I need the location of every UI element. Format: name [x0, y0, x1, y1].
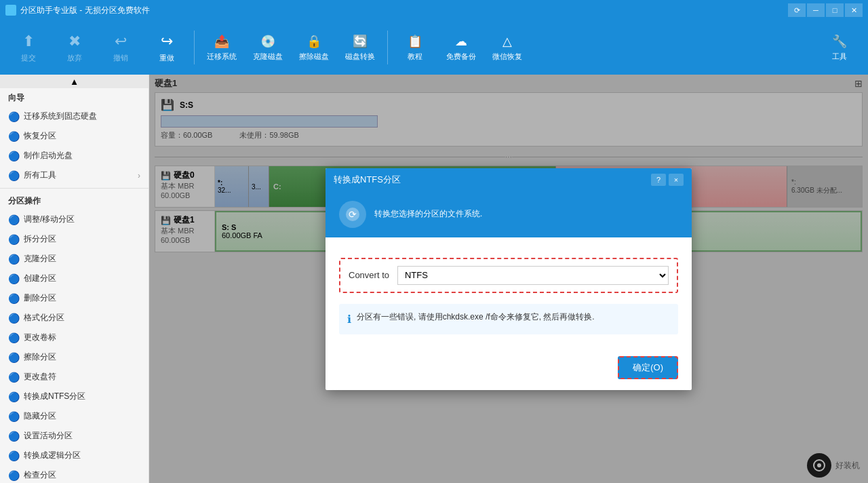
sidebar-item-split[interactable]: 🔵 拆分分区: [0, 229, 149, 249]
dialog-header-icon: ⟳: [339, 201, 366, 228]
sidebar-item-recover[interactable]: 🔵 恢复分区: [0, 126, 149, 146]
sidebar-item-format[interactable]: 🔵 格式化分区: [0, 308, 149, 328]
sidebar-migrate-label: 迁移系统到固态硬盘: [24, 111, 97, 122]
backup-label: 免费备份: [446, 52, 476, 62]
convert-select[interactable]: NTFS FAT32 exFAT: [397, 266, 669, 285]
dialog-header: ⟳ 转换您选择的分区的文件系统.: [326, 191, 692, 237]
clone-btn[interactable]: 💿 克隆磁盘: [246, 23, 290, 72]
discard-btn[interactable]: ✖ 放弃: [53, 23, 96, 72]
sidebar-item-check[interactable]: 🔵 检查分区: [0, 465, 149, 483]
sidebar-item-clone-part[interactable]: 🔵 克隆分区: [0, 249, 149, 269]
redo-btn[interactable]: ↪ 重做: [145, 23, 189, 72]
clone-icon: 💿: [260, 34, 275, 49]
hide-label: 隐藏分区: [24, 410, 56, 422]
sidebar-alltools-label: 所有工具: [24, 170, 56, 181]
sidebar-item-hide[interactable]: 🔵 隐藏分区: [0, 406, 149, 426]
change-letter-icon: 🔵: [8, 372, 20, 383]
sidebar-item-delete[interactable]: 🔵 删除分区: [0, 288, 149, 308]
tools-label: 工具: [832, 52, 847, 62]
close-btn[interactable]: ✕: [845, 3, 863, 17]
change-letter-label: 更改盘符: [24, 371, 56, 383]
backup-icon: ☁: [455, 34, 467, 49]
svg-text:⟳: ⟳: [349, 209, 357, 220]
convert-logical-icon: 🔵: [8, 450, 20, 461]
sidebar-item-alltools[interactable]: 🔵 所有工具 ›: [0, 166, 149, 185]
maximize-btn[interactable]: □: [826, 3, 844, 17]
active-label: 设置活动分区: [24, 430, 73, 442]
dialog-content: Convert to NTFS FAT32 exFAT ℹ 分区有一些错误, 请…: [326, 237, 692, 348]
tutorial-icon: 📋: [408, 34, 422, 49]
wechat-btn[interactable]: △ 微信恢复: [486, 23, 529, 72]
clone-part-icon: 🔵: [8, 254, 20, 265]
format-label: 格式化分区: [24, 312, 64, 324]
discard-label: 放弃: [67, 53, 82, 63]
tutorial-btn[interactable]: 📋 教程: [393, 23, 437, 72]
confirm-button[interactable]: 确定(O): [618, 356, 678, 379]
sidebar-item-bootdisk[interactable]: 🔵 制作启动光盘: [0, 146, 149, 166]
sidebar-item-adjust[interactable]: 🔵 调整/移动分区: [0, 210, 149, 229]
sidebar-scroll-up[interactable]: ▲: [0, 75, 149, 88]
redo-label: 重做: [159, 53, 174, 63]
convert-disk-btn[interactable]: 🔄 磁盘转换: [338, 23, 382, 72]
format-icon: 🔵: [8, 313, 20, 324]
migrate-icon: 📤: [214, 34, 229, 49]
convert-row: Convert to NTFS FAT32 exFAT: [339, 258, 678, 293]
divider-2: [387, 31, 388, 64]
sidebar-item-create[interactable]: 🔵 创建分区: [0, 269, 149, 288]
sidebar-item-convert-ntfs[interactable]: 🔵 转换成NTFS分区: [0, 387, 149, 406]
dialog-header-text: 转换您选择的分区的文件系统.: [374, 208, 482, 220]
adjust-label: 调整/移动分区: [24, 214, 75, 225]
minimize-btn[interactable]: ─: [807, 3, 825, 17]
content-area: 硬盘1 ⊞ 💾 S:S 容量：60.00GB 未使用：59.98GB ···: [149, 75, 868, 483]
divider-1: [194, 31, 195, 64]
active-icon: 🔵: [8, 431, 20, 442]
sidebar-item-change-letter[interactable]: 🔵 更改盘符: [0, 367, 149, 387]
submit-btn[interactable]: ⬆ 提交: [7, 23, 50, 72]
convert-ntfs-icon: 🔵: [8, 391, 20, 402]
dialog-footer: 确定(O): [326, 348, 692, 390]
dialog-help-btn[interactable]: ?: [651, 174, 666, 186]
discard-icon: ✖: [68, 33, 81, 50]
convert-disk-icon: 🔄: [353, 34, 368, 49]
dialog-title: 转换成NTFS分区: [334, 174, 401, 186]
migrate-btn[interactable]: 📤 迁移系统: [200, 23, 243, 72]
main-layout: ▲ 向导 🔵 迁移系统到固态硬盘 🔵 恢复分区 🔵 制作启动光盘 🔵 所有工具 …: [0, 75, 868, 483]
wechat-icon: △: [502, 34, 512, 49]
migrate-label: 迁移系统: [207, 52, 237, 62]
app-icon: [5, 5, 16, 16]
refresh-btn[interactable]: ⟳: [788, 3, 806, 17]
sidebar-item-convert-logical[interactable]: 🔵 转换成逻辑分区: [0, 446, 149, 465]
dialog-overlay: 转换成NTFS分区 ? × ⟳ 转换您选择的分区的文件系统.: [149, 75, 868, 483]
convert-ntfs-dialog: 转换成NTFS分区 ? × ⟳ 转换您选择的分区的文件系统.: [326, 168, 692, 390]
label-icon: 🔵: [8, 332, 20, 343]
undo-btn[interactable]: ↩ 撤销: [99, 23, 142, 72]
wipe-part-label: 擦除分区: [24, 351, 56, 363]
delete-label: 删除分区: [24, 292, 56, 304]
check-label: 检查分区: [24, 469, 56, 481]
sidebar-item-active[interactable]: 🔵 设置活动分区: [0, 426, 149, 446]
migrate-sidebar-icon: 🔵: [8, 111, 20, 122]
submit-icon: ⬆: [22, 33, 35, 50]
sidebar-item-label[interactable]: 🔵 更改卷标: [0, 328, 149, 347]
sidebar-item-migrate[interactable]: 🔵 迁移系统到固态硬盘: [0, 107, 149, 126]
dialog-close-btn[interactable]: ×: [669, 174, 684, 186]
sidebar-separator-1: [0, 188, 149, 189]
undo-label: 撤销: [113, 53, 128, 63]
convert-to-label: Convert to: [349, 270, 389, 280]
app-title: 分区助手专业版 - 无损分区免费软件: [20, 5, 788, 16]
check-icon: 🔵: [8, 470, 20, 481]
dialog-titlebar-buttons: ? ×: [651, 174, 684, 186]
warning-icon: ℹ: [347, 311, 351, 328]
bootdisk-sidebar-icon: 🔵: [8, 151, 20, 161]
sidebar-item-wipe-part[interactable]: 🔵 擦除分区: [0, 347, 149, 367]
tools-btn[interactable]: 🔧 工具: [818, 23, 861, 72]
convert-logical-label: 转换成逻辑分区: [24, 450, 81, 461]
wipe-btn[interactable]: 🔒 擦除磁盘: [292, 23, 336, 72]
alltools-sidebar-icon: 🔵: [8, 170, 20, 181]
split-label: 拆分分区: [24, 233, 56, 245]
delete-icon: 🔵: [8, 293, 20, 304]
submit-label: 提交: [21, 53, 36, 63]
backup-btn[interactable]: ☁ 免费备份: [439, 23, 483, 72]
wizard-section-title: 向导: [0, 88, 149, 107]
convert-ntfs-label: 转换成NTFS分区: [24, 391, 85, 402]
